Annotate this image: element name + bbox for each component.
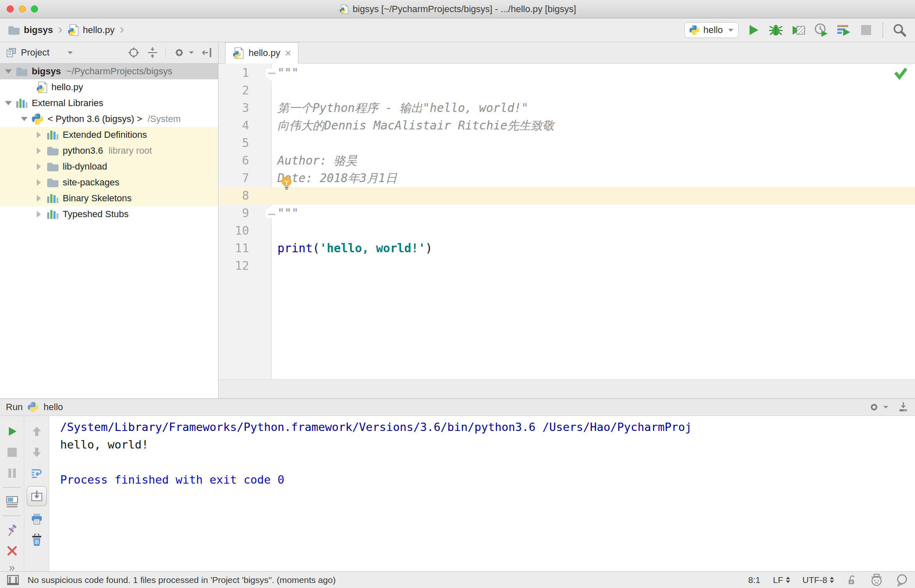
tree-label: Typeshed Stubs — [63, 209, 129, 220]
line-number[interactable]: 10 — [219, 222, 272, 240]
collapse-all-icon[interactable] — [147, 47, 158, 58]
stop-button[interactable] — [858, 22, 874, 38]
tree-row-lib-dynload[interactable]: lib-dynload — [0, 159, 218, 175]
caret-position-widget[interactable]: 8:1 — [748, 575, 760, 585]
python-logo-icon — [689, 25, 700, 35]
run-panel-title[interactable]: Run — [6, 402, 23, 413]
run-settings-button[interactable] — [869, 402, 888, 413]
unlock-icon[interactable] — [846, 574, 857, 586]
close-panel-button[interactable] — [7, 540, 18, 561]
tree-row-site-packages[interactable]: site-packages — [0, 175, 218, 190]
run-left-toolbar: » — [0, 416, 24, 571]
panel-settings-button[interactable] — [173, 47, 194, 58]
status-message[interactable]: No suspicious code found. 1 files proces… — [28, 575, 336, 585]
debug-button[interactable] — [768, 22, 784, 38]
line-number[interactable]: 1 — [219, 64, 272, 82]
gear-icon — [869, 402, 879, 413]
line-number[interactable]: 6 — [219, 152, 272, 170]
event-log-bubble-icon[interactable] — [896, 574, 908, 586]
python-logo-icon — [27, 401, 39, 413]
down-stack-trace-button[interactable] — [31, 442, 42, 463]
concurrency-diagram-button[interactable] — [836, 22, 851, 38]
more-actions-button[interactable]: » — [9, 561, 15, 574]
line-number[interactable]: 11 — [219, 240, 272, 257]
zoom-window-button[interactable] — [31, 5, 38, 13]
close-window-button[interactable] — [7, 5, 14, 13]
hector-inspector-icon[interactable] — [870, 574, 883, 586]
code-editor[interactable]: 1""" 2 3第一个Python程序 - 输出"hello, world!" … — [219, 63, 915, 379]
python-file-icon — [232, 47, 244, 59]
encoding-widget[interactable]: UTF-8 — [803, 575, 834, 585]
collapsed-arrow-icon[interactable] — [37, 163, 41, 170]
run-tool-window: » — [0, 416, 915, 571]
run-console[interactable]: /System/Library/Frameworks/Python.framew… — [49, 416, 915, 571]
run-panel-config-name[interactable]: hello — [43, 402, 63, 413]
line-number[interactable]: 3 — [219, 99, 272, 117]
rerun-button[interactable] — [6, 421, 18, 442]
run-button[interactable] — [745, 22, 761, 38]
line-number[interactable]: 5 — [219, 134, 272, 152]
tab-hello-py[interactable]: hello.py × — [225, 42, 298, 63]
folder-icon — [8, 24, 20, 36]
up-stack-trace-button[interactable] — [31, 421, 42, 442]
stop-process-button[interactable] — [7, 442, 18, 463]
breadcrumb: bigsys › hello.py › — [8, 22, 125, 38]
tree-row-extended-definitions[interactable]: Extended Definitions — [0, 127, 218, 143]
scroll-to-end-button[interactable] — [27, 484, 47, 509]
run-with-coverage-button[interactable] — [790, 22, 806, 38]
tree-row-hello-py[interactable]: hello.py — [0, 79, 218, 95]
profiler-button[interactable] — [813, 22, 829, 38]
line-number[interactable]: 8 — [219, 187, 272, 205]
tree-label: hello.py — [51, 82, 83, 93]
tree-suffix: library root — [109, 145, 152, 156]
expanded-arrow-icon[interactable] — [21, 117, 28, 121]
restore-layout-button[interactable] — [6, 491, 18, 512]
line-number[interactable]: 4 — [219, 117, 272, 134]
tree-row-typeshed-stubs[interactable]: Typeshed Stubs — [0, 206, 218, 222]
line-number[interactable]: 2 — [219, 82, 272, 99]
tree-row-bigsys[interactable]: bigsys ~/PycharmProjects/bigsys — [0, 63, 218, 79]
close-tab-icon[interactable]: × — [285, 48, 291, 58]
intention-bulb-icon[interactable] — [280, 175, 294, 192]
project-panel-title[interactable]: Project — [21, 47, 49, 58]
string-literal: 'hello, world!' — [320, 241, 425, 255]
collapsed-arrow-icon[interactable] — [37, 147, 41, 154]
breadcrumb-file[interactable]: hello.py — [83, 25, 114, 35]
collapsed-arrow-icon[interactable] — [37, 211, 41, 218]
tree-row-external-libraries[interactable]: External Libraries — [0, 95, 218, 111]
line-number[interactable]: 9 — [219, 205, 272, 222]
tree-row-python-3-6[interactable]: < Python 3.6 (bigsys) > /System — [0, 111, 218, 127]
code-line: 7Date: 2018年3月1日 — [219, 170, 915, 187]
run-configuration-select[interactable]: hello — [684, 22, 739, 38]
expanded-arrow-icon[interactable] — [5, 69, 12, 74]
pause-output-button[interactable] — [7, 463, 17, 484]
tab-label: hello.py — [249, 48, 280, 58]
print-console-button[interactable] — [30, 509, 43, 530]
breadcrumb-project[interactable]: bigsys — [24, 25, 53, 35]
window-titlebar: bigsys [~/PycharmProjects/bigsys] - .../… — [0, 0, 915, 18]
editor-hscroll-strip[interactable] — [219, 379, 915, 398]
collapsed-arrow-icon[interactable] — [37, 195, 41, 202]
collapsed-arrow-icon[interactable] — [37, 179, 41, 186]
inspection-ok-check-icon[interactable] — [893, 67, 908, 80]
tree-row-python3-6[interactable]: python3.6 library root — [0, 143, 218, 159]
locate-file-icon[interactable] — [128, 47, 140, 58]
tool-window-toggle-icon[interactable] — [7, 575, 19, 585]
project-view-icon — [6, 47, 17, 58]
hide-panel-icon[interactable] — [201, 47, 212, 58]
collapsed-arrow-icon[interactable] — [37, 132, 41, 138]
line-number[interactable]: 7 — [219, 170, 272, 187]
line-number[interactable]: 12 — [219, 257, 272, 275]
soft-wrap-button[interactable] — [30, 463, 43, 484]
line-ending-widget[interactable]: LF — [773, 575, 790, 585]
expanded-arrow-icon[interactable] — [5, 101, 12, 105]
python-file-icon — [339, 4, 349, 14]
chevron-down-icon[interactable] — [68, 51, 73, 54]
python-file-icon — [36, 81, 48, 94]
tree-row-binary-skeletons[interactable]: Binary Skeletons — [0, 190, 218, 206]
pin-tab-button[interactable] — [6, 520, 18, 540]
minimize-window-button[interactable] — [19, 5, 26, 13]
dock-panel-icon[interactable] — [897, 401, 909, 413]
clear-console-button[interactable] — [31, 530, 43, 550]
search-everywhere-button[interactable] — [892, 22, 907, 38]
